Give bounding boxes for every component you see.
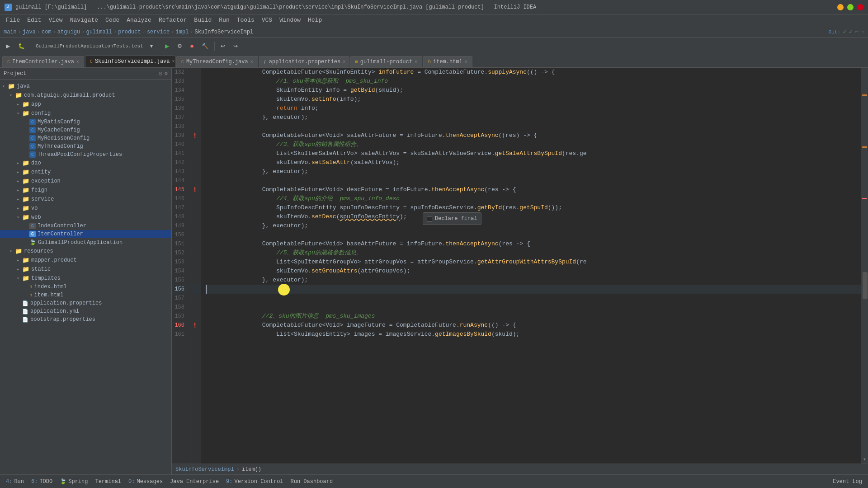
git-undo[interactable]: ↩ [855,28,859,35]
declare-final-popup[interactable]: Declare final [423,212,481,225]
bc-skuinfo[interactable]: SkuInfoServiceImpl [175,466,234,473]
bc-java[interactable]: java [23,29,36,35]
tree-mycacheconfig[interactable]: C MyCacheConfig [0,126,171,134]
run-config-dropdown[interactable]: ▾ [146,41,156,51]
tree-itemhtml[interactable]: h item.html [0,291,171,299]
menu-build[interactable]: Build [190,15,215,25]
tree-dao[interactable]: ▸ 📁 dao [0,159,171,168]
tab-icon-3: C [181,60,184,65]
bc-product[interactable]: product [118,29,141,35]
close-button[interactable]: × [857,4,863,10]
tab-close-6[interactable]: × [465,60,467,65]
tab-gulimallproduct[interactable]: m gulimall-product × [350,56,422,67]
bottom-tab-versioncontrol[interactable]: 9: Version Control [222,477,287,487]
redo-button[interactable]: ↪ [230,41,241,51]
tree-templates[interactable]: ▾ 📁 templates [0,274,171,283]
bottom-tab-messages[interactable]: 0: Messages [125,477,166,487]
bc-gulimall[interactable]: gulimall [86,29,112,35]
bc-service[interactable]: service [147,29,170,35]
editor-content[interactable]: 132 133 134 135 136 137 138 139 140 141 … [172,68,868,464]
tree-indexcontroller[interactable]: C IndexController [0,222,171,230]
bottom-tab-todo[interactable]: 6: TODO [28,477,56,487]
tree-vo[interactable]: ▸ 📁 vo [0,204,171,213]
tab-itemcontroller[interactable]: C ItemController.java × [2,56,84,67]
tree-service[interactable]: ▸ 📁 service [0,195,171,204]
bottom-tab-run[interactable]: 4: Run [2,477,28,487]
menu-run[interactable]: Run [215,15,233,25]
label-bootstrapprops: bootstrap.properties [30,316,95,323]
tab-mythreadconfig[interactable]: C MyThreadConfig.java × [176,56,258,67]
tree-appprops[interactable]: 📄 application.properties [0,299,171,307]
popup-checkbox[interactable] [427,216,432,221]
bottom-tab-eventlog[interactable]: Event Log [829,477,866,487]
debug-button[interactable]: 🐛 [14,41,28,51]
tab-close-4[interactable]: × [343,60,345,65]
tree-appyml[interactable]: 📄 application.yml [0,307,171,315]
tree-mapper[interactable]: ▸ 📁 mapper.product [0,256,171,265]
play-button[interactable]: ▶ [161,41,173,51]
tree-itemcontroller[interactable]: C ItemController [0,230,171,238]
sidebar-locate-icon[interactable]: ◎ [159,70,162,77]
bc-main[interactable]: main [4,29,17,35]
git-branch[interactable]: Git: [829,29,840,35]
bottom-tab-javaenterprise[interactable]: Java Enterprise [166,477,222,487]
scrollbar-thumb[interactable] [863,272,868,299]
menu-navigate[interactable]: Navigate [66,15,102,25]
tree-myredissonconfig[interactable]: C MyRedissonConfig [0,134,171,142]
bottom-tab-spring[interactable]: 🍃 Spring [56,476,91,487]
menu-code[interactable]: Code [102,15,123,25]
tree-web[interactable]: ▾ 📁 web [0,213,171,222]
tab-skuinfoserviceimpl[interactable]: C SkuInfoServiceImpl.java × [85,56,175,67]
tree-java[interactable]: ▾ 📁 java [0,82,171,91]
git-arrow[interactable]: → [861,29,864,35]
tab-itemhtml[interactable]: h item.html × [423,56,472,67]
scroll-down-btn[interactable]: ▼ [861,455,868,464]
tree-entity[interactable]: ▸ 📁 entity [0,168,171,177]
code-editor[interactable]: CompletableFuture<SkuInfoEntity> infoFut… [201,68,861,464]
bc-impl[interactable]: impl [176,29,189,35]
settings-button[interactable]: ⚙ [174,41,186,51]
build-button[interactable]: 🔨 [198,41,212,51]
bc-atguigu[interactable]: atguigu [57,29,80,35]
sidebar-gear-icon[interactable]: ⚙ [165,70,168,77]
stop-button[interactable]: ■ [187,41,197,51]
tab-close-3[interactable]: × [250,60,253,65]
bottom-tab-terminal[interactable]: Terminal [91,477,125,487]
tab-close-5[interactable]: × [415,60,417,65]
tree-gulimallapp[interactable]: 🍃 GulimallProductApplication [0,238,171,247]
tree-mybatisconfig[interactable]: C MyBatisConfig [0,118,171,126]
tree-app[interactable]: ▸ 📁 app [0,100,171,109]
menu-view[interactable]: View [45,15,66,25]
tree-indexhtml[interactable]: h index.html [0,283,171,291]
bc-com[interactable]: com [42,29,52,35]
menu-analyze[interactable]: Analyze [123,15,155,25]
bc-item-method[interactable]: item() [242,466,261,473]
menu-tools[interactable]: Tools [233,15,258,25]
tree-com[interactable]: ▾ 📁 com.atguigu.gulimall.product [0,91,171,100]
tab-close-1[interactable]: × [76,60,79,65]
minimize-button[interactable]: − [837,4,844,10]
tab-close-2[interactable]: × [172,59,175,64]
git-check2[interactable]: ✓ [849,28,852,35]
tree-feign[interactable]: ▸ 📁 feign [0,186,171,195]
tree-config[interactable]: ▾ 📁 config [0,109,171,118]
maximize-button[interactable]: □ [847,4,854,10]
main-layout: Project ◎ ⚙ ▾ 📁 java ▾ 📁 com.atguigu.gul… [0,68,868,474]
menu-vcs[interactable]: VCS [258,15,276,25]
menu-window[interactable]: Window [276,15,304,25]
tree-static[interactable]: ▸ 📁 static [0,265,171,274]
tree-bootstrapprops[interactable]: 📄 bootstrap.properties [0,315,171,324]
tree-threadpoolconfig[interactable]: C ThreadPoolConfigProperties [0,150,171,159]
menu-help[interactable]: Help [304,15,326,25]
git-check[interactable]: ✓ [843,28,846,35]
menu-edit[interactable]: Edit [24,15,45,25]
undo-button[interactable]: ↩ [217,41,229,51]
bottom-tab-rundashboard[interactable]: Run Dashboard [287,477,337,487]
tree-resources[interactable]: ▾ 📁 resources [0,247,171,256]
menu-file[interactable]: File [2,15,24,25]
menu-refactor[interactable]: Refactor [155,15,190,25]
tree-exception[interactable]: ▸ 📁 exception [0,177,171,186]
tree-mythreadconfig[interactable]: C MyThreadConfig [0,142,171,150]
tab-appprops[interactable]: p application.properties × [259,56,349,67]
run-button[interactable]: ▶ [2,41,14,51]
